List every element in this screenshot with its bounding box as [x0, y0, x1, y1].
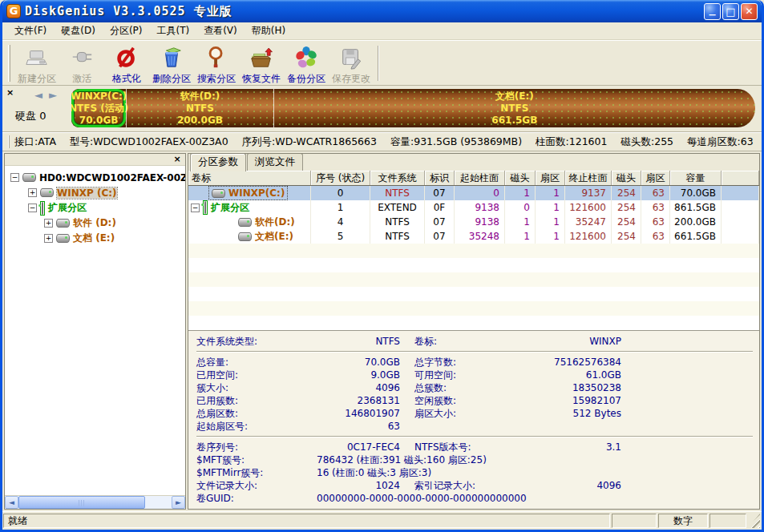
partition-row-documents[interactable]: 文档(E:) 5 NTFS 07 35248 1 1 121600 254 63… — [188, 229, 759, 244]
partition-name: WINXP(C:) — [71, 91, 127, 103]
toolbar-separator — [378, 46, 379, 81]
prev-disk-arrow-icon[interactable]: ◄ — [34, 89, 42, 101]
partition-icon — [212, 189, 225, 198]
collapse-icon[interactable] — [28, 204, 37, 212]
scrollbar-thumb[interactable] — [18, 496, 145, 509]
format-icon — [115, 46, 139, 72]
col-capacity[interactable]: 容量 — [670, 171, 722, 185]
delete-partition-button[interactable]: 删除分区 — [149, 42, 194, 84]
next-disk-arrow-icon[interactable]: ► — [49, 89, 57, 101]
app-logo-icon: G — [6, 4, 21, 18]
activate-button[interactable]: 激活 — [59, 42, 104, 84]
minimize-button[interactable] — [704, 3, 721, 20]
activate-plug-icon — [70, 46, 94, 72]
menu-help[interactable]: 帮助(H) — [245, 22, 293, 39]
tree-horizontal-scrollbar[interactable]: ◄ ► — [5, 495, 185, 509]
window-title: DiskGenius V3.3.0525 专业版 — [25, 4, 702, 19]
col-filesystem[interactable]: 文件系统 — [370, 171, 425, 185]
search-partition-button[interactable]: 搜索分区 — [194, 42, 239, 84]
col-end-sector[interactable]: 扇区 — [641, 171, 670, 185]
col-end-cylinder[interactable]: 终止柱面 — [565, 171, 612, 185]
partition-icon — [56, 234, 70, 243]
detail-row: 卷GUID: 00000000-0000-0000-0000-000000000… — [196, 492, 753, 505]
empty-row — [188, 301, 759, 316]
col-filler — [722, 171, 759, 185]
col-end-head[interactable]: 磁头 — [612, 171, 641, 185]
col-index-status[interactable]: 序号 (状态) — [311, 171, 370, 185]
tree-item-documents-e[interactable]: 文档 (E:) — [5, 231, 185, 246]
menu-disk[interactable]: 硬盘(D) — [54, 22, 103, 39]
menu-tools[interactable]: 工具(T) — [149, 22, 196, 39]
tab-strip: 分区参数 浏览文件 — [188, 154, 759, 171]
partition-segment-e[interactable]: 文档(E:) NTFS 661.5GB — [273, 89, 755, 127]
tree-header: × — [5, 154, 185, 166]
col-start-sector[interactable]: 扇区 — [536, 171, 565, 185]
status-pane-1 — [612, 514, 657, 528]
col-start-cylinder[interactable]: 起始柱面 — [455, 171, 505, 185]
new-partition-button[interactable]: 新建分区 — [14, 42, 59, 84]
disk-panel-close-icon[interactable]: × — [5, 88, 15, 99]
close-button[interactable] — [741, 3, 758, 20]
col-start-head[interactable]: 磁头 — [505, 171, 536, 185]
menu-partition[interactable]: 分区(P) — [103, 22, 150, 39]
tab-partition-params[interactable]: 分区参数 — [190, 153, 246, 171]
recover-box-icon — [249, 46, 273, 72]
toolbar-gripper[interactable] — [8, 45, 10, 82]
scrollbar-track[interactable] — [18, 496, 172, 509]
partition-row-winxp[interactable]: WINXP(C:) 0 NTFS 07 0 1 1 9137 254 63 70… — [188, 186, 759, 200]
save-disk-icon — [339, 46, 363, 72]
disk-graph-panel: × ◄ ► 硬盘 0 WINXP(C:) NTFS (活动) 70.0GB 软件… — [2, 86, 762, 132]
extended-partition-icon — [203, 200, 208, 215]
maximize-button[interactable] — [722, 3, 739, 20]
partition-details: 文件系统类型: NTFS 卷标: WINXP 总容量: 70.0GB 总字节数:… — [188, 330, 759, 509]
title-bar: G DiskGenius V3.3.0525 专业版 — [2, 0, 762, 22]
tree-item-software-d[interactable]: 软件 (D:) — [5, 216, 185, 231]
partition-name: 软件(D:) — [180, 91, 220, 103]
partition-segment-d[interactable]: 软件(D:) NTFS 200.0GB — [126, 89, 273, 127]
volume-label: 扩展分区 — [211, 201, 249, 215]
tree-item-disk[interactable]: HD0:WDCWD1002FAEX-00Z3A0 ( — [5, 170, 185, 185]
new-partition-icon — [25, 46, 49, 72]
scroll-right-arrow-icon[interactable]: ► — [172, 496, 185, 509]
backup-pie-icon — [294, 46, 318, 72]
tab-browse-files[interactable]: 浏览文件 — [247, 153, 303, 171]
col-volume[interactable]: 卷标 — [188, 171, 311, 185]
recover-files-button[interactable]: 恢复文件 — [239, 42, 284, 84]
menu-file[interactable]: 文件(F) — [7, 22, 54, 39]
tree-close-icon[interactable]: × — [172, 155, 182, 164]
partition-segment-c[interactable]: WINXP(C:) NTFS (活动) 70.0GB — [71, 89, 126, 127]
collapse-icon[interactable] — [191, 204, 200, 212]
scroll-left-arrow-icon[interactable]: ◄ — [5, 496, 18, 509]
resize-grip[interactable] — [748, 514, 760, 528]
detail-row: 已用空间: 9.0GB 可用空间: 61.0GB — [196, 369, 753, 381]
empty-row — [188, 272, 759, 287]
partition-fs: NTFS — [186, 103, 214, 115]
partition-icon — [238, 218, 252, 227]
status-bar: 就绪 数字 — [2, 511, 762, 530]
detail-row: 簇大小: 4096 总簇数: 18350238 — [196, 381, 753, 394]
save-changes-button[interactable]: 保存更改 — [329, 42, 374, 84]
disk-info-bar: 接口:ATA 型号:WDCWD1002FAEX-00Z3A0 序列号:WD-WC… — [2, 132, 762, 151]
infobar-gripper[interactable] — [8, 135, 10, 148]
backup-partition-button[interactable]: 备份分区 — [284, 42, 329, 84]
volume-label: 软件(D:) — [255, 216, 295, 229]
expand-icon[interactable] — [28, 188, 37, 197]
detail-row: 总扇区数: 146801907 扇区大小: 512 Bytes — [196, 407, 753, 420]
separator — [196, 351, 753, 353]
col-id[interactable]: 标识 — [425, 171, 455, 185]
partition-name: 文档(E:) — [495, 91, 534, 103]
tree-item-extended[interactable]: 扩展分区 — [5, 200, 185, 216]
table-header: 卷标 序号 (状态) 文件系统 标识 起始柱面 磁头 扇区 终止柱面 磁头 扇区… — [188, 171, 759, 186]
extended-partition-icon — [40, 201, 45, 216]
partition-fs: NTFS — [500, 103, 528, 115]
collapse-icon[interactable] — [10, 173, 19, 182]
status-pane-2 — [709, 514, 746, 528]
menu-view[interactable]: 查看(V) — [196, 22, 245, 39]
format-button[interactable]: 格式化 — [104, 42, 149, 84]
expand-icon[interactable] — [44, 219, 53, 228]
expand-icon[interactable] — [44, 234, 53, 243]
partition-row-software[interactable]: 软件(D:) 4 NTFS 07 9138 1 1 35247 254 63 2… — [188, 215, 759, 229]
tree-item-winxp-c[interactable]: WINXP (C:) — [5, 185, 185, 200]
volume-label: 文档(E:) — [255, 230, 293, 244]
partition-row-extended[interactable]: 扩展分区 1 EXTEND 0F 9138 0 1 121600 254 63 … — [188, 200, 759, 215]
